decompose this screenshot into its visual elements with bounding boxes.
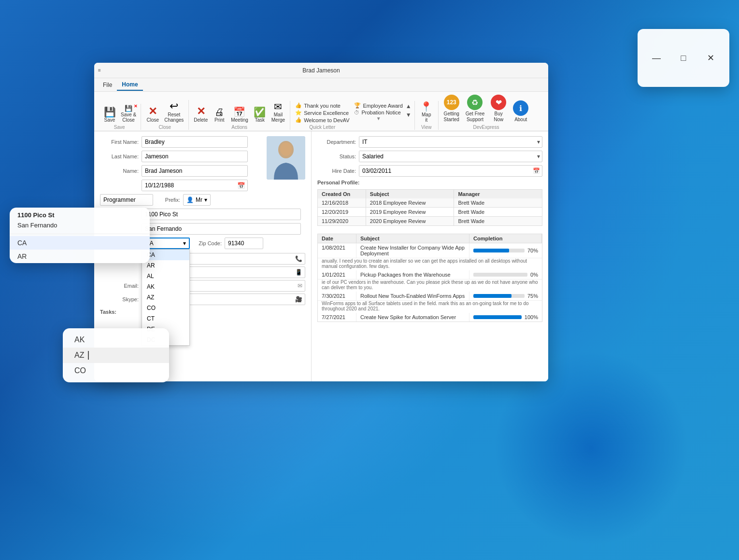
mail-merge-icon: ✉ [274, 102, 282, 112]
profile-subject-0: 2018 Employee Review [366, 198, 455, 207]
hire-date-input[interactable] [359, 166, 531, 176]
state-option-al[interactable]: AL [142, 271, 189, 281]
name-label: Name: [100, 168, 139, 174]
menu-file[interactable]: File [98, 80, 117, 90]
state-option-ak[interactable]: AK [142, 281, 189, 292]
meeting-icon: 📅 [233, 107, 245, 117]
zoom-city: San Fernando [10, 221, 150, 232]
phone-icon: 📞 [293, 255, 305, 262]
last-name-input[interactable] [142, 151, 248, 162]
task-completion-label-3: 100% [525, 314, 538, 320]
address-input[interactable] [142, 209, 301, 220]
about-button[interactable]: ℹ About [511, 99, 531, 124]
task-completion-label-0: 70% [527, 248, 538, 253]
tasks-label-section: Tasks: [100, 309, 305, 315]
profile-manager-2: Brett Wade [454, 217, 542, 225]
ribbon-group-quick-letter: 👍 Thank you note ⭐ Service Excellence 👍 … [290, 101, 415, 130]
task-subject-2: Rollout New Touch-Enabled WinForms Apps [356, 292, 469, 300]
getting-started-button[interactable]: 123 GettingStarted [441, 94, 462, 124]
az-state-zoom: AK AZ CO [63, 328, 169, 382]
az-zoom-az[interactable]: AZ [63, 348, 169, 363]
profile-grid: Created On Subject Manager 12/16/2018 20… [317, 189, 542, 226]
zoom-state-ca[interactable]: CA [10, 236, 150, 250]
print-icon: 🖨 [214, 107, 224, 117]
tasks-label: Tasks: [100, 309, 305, 315]
print-button[interactable]: 🖨 Print [211, 106, 228, 124]
task-button[interactable]: ✅ Task [251, 106, 269, 124]
department-label: Department: [317, 139, 356, 145]
minimize-button[interactable]: — [647, 48, 666, 68]
status-chevron-icon[interactable]: ▾ [535, 153, 542, 160]
department-chevron-icon[interactable]: ▾ [535, 139, 542, 145]
profile-date-0: 12/16/2018 [318, 198, 366, 207]
save-button[interactable]: 💾 Save [101, 106, 118, 124]
map-it-button[interactable]: 📍 Map it [418, 101, 435, 124]
skype-label: Skype: [100, 296, 139, 302]
dob-input[interactable] [142, 180, 235, 191]
task-icon: ✅ [254, 107, 266, 117]
meeting-button[interactable]: 📅 Meeting [229, 106, 250, 124]
name-input[interactable] [142, 165, 248, 177]
thank-you-button[interactable]: 👍 Thank you note [294, 102, 350, 109]
save-close-button[interactable]: 💾 ✕ Save & Close [119, 104, 138, 124]
progress-fill-0 [473, 249, 509, 252]
delete-icon: ✕ [197, 106, 205, 117]
profile-subject-2: 2020 Employee Review [366, 217, 455, 225]
task-completion-0: 70% [469, 243, 542, 258]
prefix-select[interactable]: 👤 Mr ▾ [183, 194, 211, 206]
reset-changes-button[interactable]: ↩ Reset Changes [162, 100, 185, 124]
probation-notice-button[interactable]: ⏱ Probation Notice [353, 109, 403, 116]
zip-label: Zip Code: [193, 240, 222, 246]
hire-date-label: Hire Date: [317, 168, 356, 174]
first-name-label: First Name: [100, 139, 139, 145]
state-option-co[interactable]: CO [142, 303, 189, 313]
ribbon-group-save: 💾 Save 💾 ✕ Save & Close Save [98, 104, 141, 130]
close-button[interactable]: ✕ [701, 48, 720, 68]
profile-manager-1: Brett Wade [454, 208, 542, 216]
progress-fill-3 [473, 315, 522, 319]
city-input[interactable] [142, 223, 301, 235]
ribbon-group-actions: ✕ Delete 🖨 Print 📅 Meeting ✅ Task [189, 101, 290, 130]
right-panel: Department: ▾ Status: ▾ Hire Date: [312, 131, 548, 381]
profile-date-2: 11/29/2020 [318, 217, 366, 225]
welcome-devav-button[interactable]: 👍 Welcome to DevAV [294, 116, 350, 124]
zip-input[interactable] [225, 238, 263, 249]
free-support-button[interactable]: ♻ Get FreeSupport [464, 94, 486, 124]
profile-manager-0: Brett Wade [454, 198, 542, 207]
state-option-az[interactable]: AZ [142, 292, 189, 303]
maximize-button[interactable]: □ [674, 48, 693, 68]
status-input[interactable] [359, 151, 535, 162]
employee-award-button[interactable]: 🏆 Employee Award [353, 102, 403, 109]
task-date-1: 1/01/2021 [318, 270, 356, 279]
getting-started-icon: 123 [444, 95, 459, 110]
close-red-button[interactable]: ✕ Close [144, 105, 161, 124]
status-input-wrap: ▾ [359, 151, 542, 162]
job-row: Prefix: 👤 Mr ▾ [100, 194, 305, 206]
service-excellence-button[interactable]: ⭐ Service Excellence [294, 109, 350, 116]
reset-icon: ↩ [170, 101, 178, 112]
menu-home[interactable]: Home [117, 79, 142, 91]
task-col-subject: Subject [356, 234, 469, 243]
zoom-state-ar[interactable]: AR [10, 250, 150, 263]
first-name-input[interactable] [142, 136, 248, 148]
table-row: 7/30/2021 Rollout New Touch-Enabled WinF… [318, 292, 542, 313]
state-option-ct[interactable]: CT [142, 313, 189, 324]
state-option-ar[interactable]: AR [142, 260, 189, 271]
task-desc-1: ie of our PC vendors in the warehouse. C… [318, 280, 542, 292]
task-completion-label-2: 75% [527, 293, 538, 299]
delete-button[interactable]: ✕ Delete [192, 105, 210, 124]
cell-row: 📱 [100, 266, 305, 278]
profile-date-1: 12/20/2019 [318, 208, 366, 216]
buy-now-button[interactable]: ❤ BuyNow [488, 94, 509, 124]
title-bar: ≡ Brad Jameson [94, 63, 548, 78]
profile-col-manager: Manager [454, 190, 542, 198]
department-input[interactable] [359, 137, 535, 147]
hire-date-calendar-icon[interactable]: 📅 [531, 168, 542, 174]
job-title-input[interactable] [100, 194, 153, 206]
mail-merge-button[interactable]: ✉ Mail Merge [270, 101, 287, 124]
az-zoom-co[interactable]: CO [63, 363, 169, 378]
az-zoom-ak[interactable]: AK [63, 332, 169, 348]
email-label: Email: [100, 283, 139, 289]
dob-calendar-button[interactable]: 📅 [235, 180, 247, 191]
status-label: Status: [317, 154, 356, 159]
